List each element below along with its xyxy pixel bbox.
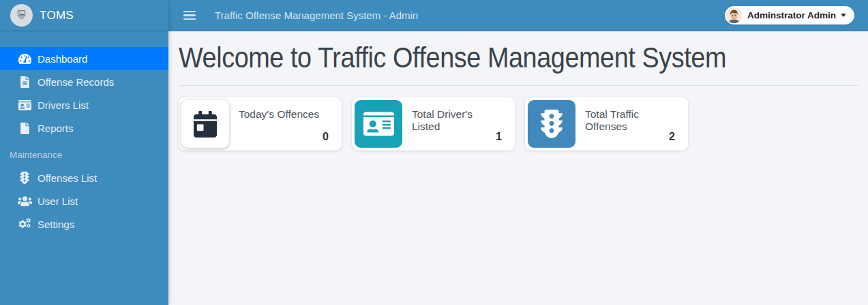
sidebar-item-reports[interactable]: Reports xyxy=(0,116,168,140)
sidebar-nav: Dashboard Offense Records Drivers List R… xyxy=(0,47,168,236)
traffic-light-icon xyxy=(17,172,32,184)
stat-cards-row: Today's Offences 0 Total Driver's Listed… xyxy=(179,97,858,150)
sidebar-item-dashboard[interactable]: Dashboard xyxy=(0,47,168,70)
sidebar-item-offense-records[interactable]: Offense Records xyxy=(0,70,168,93)
card-body: Total Driver's Listed 1 xyxy=(405,97,515,150)
card-value: 2 xyxy=(669,131,675,143)
male-avatar-icon xyxy=(726,7,742,23)
card-title: Today's Offences xyxy=(239,108,329,121)
user-menu-button[interactable]: Adminstrator Admin xyxy=(725,6,854,25)
broken-image-placeholder-icon xyxy=(10,4,33,27)
card-value: 1 xyxy=(496,131,502,143)
page-title: Welcome to Traffic Offense Management Sy… xyxy=(179,41,777,74)
main-content: Welcome to Traffic Offense Management Sy… xyxy=(168,31,868,305)
id-card-icon xyxy=(17,99,32,111)
brand-name: TOMS xyxy=(40,9,74,22)
sidebar-item-settings[interactable]: Settings xyxy=(0,212,168,236)
calendar-day-icon xyxy=(181,100,229,148)
brand-link[interactable]: TOMS xyxy=(0,0,168,31)
cogs-icon xyxy=(17,218,32,230)
caret-down-icon xyxy=(841,14,846,17)
stat-card-total-offenses: Total Traffic Offenses 2 xyxy=(525,97,688,150)
sidebar: TOMS Dashboard Offense Records Drivers L… xyxy=(0,0,168,305)
sidebar-item-label: Offenses List xyxy=(38,172,97,184)
card-value: 0 xyxy=(323,131,329,143)
file-alt-icon xyxy=(17,76,32,88)
heading-section: Welcome to Traffic Offense Management Sy… xyxy=(179,39,858,86)
sidebar-item-label: Offense Records xyxy=(38,76,114,88)
sidebar-item-label: User List xyxy=(38,195,78,207)
users-icon xyxy=(17,195,32,207)
sidebar-section-header: Maintenance xyxy=(0,140,168,166)
sidebar-item-drivers-list[interactable]: Drivers List xyxy=(0,93,168,116)
sidebar-item-label: Dashboard xyxy=(38,53,87,65)
sidebar-item-offenses-list[interactable]: Offenses List xyxy=(0,166,168,189)
navbar-title: Traffic Offense Management System - Admi… xyxy=(215,10,418,21)
card-body: Total Traffic Offenses 2 xyxy=(578,97,688,150)
traffic-light-icon xyxy=(528,100,575,148)
tachometer-icon xyxy=(17,53,32,65)
user-name: Adminstrator Admin xyxy=(747,10,836,20)
sidebar-item-user-list[interactable]: User List xyxy=(0,189,168,212)
stat-card-todays-offences: Today's Offences 0 xyxy=(179,97,342,150)
sidebar-item-label: Settings xyxy=(38,219,74,230)
card-body: Today's Offences 0 xyxy=(232,97,342,150)
card-title: Total Traffic Offenses xyxy=(585,108,676,133)
hamburger-icon[interactable] xyxy=(183,11,196,20)
file-icon xyxy=(17,123,32,134)
id-card-icon xyxy=(355,100,402,148)
stat-card-total-drivers: Total Driver's Listed 1 xyxy=(352,97,515,150)
sidebar-item-label: Drivers List xyxy=(38,99,89,111)
card-title: Total Driver's Listed xyxy=(412,108,503,133)
top-navbar: Traffic Offense Management System - Admi… xyxy=(168,0,868,31)
sidebar-item-label: Reports xyxy=(38,123,74,134)
